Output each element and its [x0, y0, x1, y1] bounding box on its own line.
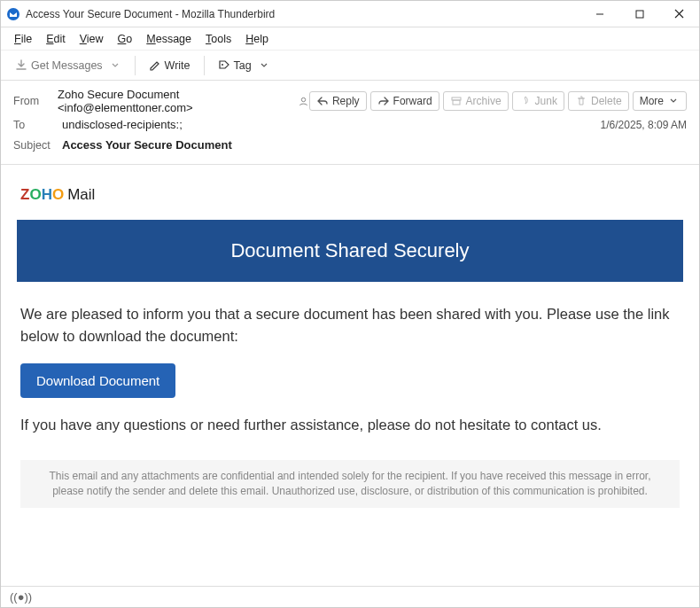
reply-label: Reply	[332, 95, 360, 107]
svg-point-6	[301, 97, 305, 101]
forward-icon	[377, 95, 390, 107]
more-label: More	[640, 95, 664, 107]
reply-button[interactable]: Reply	[309, 91, 367, 111]
download-icon	[15, 59, 27, 72]
banner-heading: Document Shared Securely	[17, 220, 683, 282]
get-messages-button[interactable]: Get Messages	[10, 57, 127, 74]
confidentiality-footer: This email and any attachments are confi…	[20, 460, 680, 508]
chevron-down-icon	[667, 95, 680, 107]
mail-logo-text: Mail	[67, 186, 95, 204]
forward-button[interactable]: Forward	[370, 91, 439, 111]
thunderbird-icon	[6, 7, 20, 21]
junk-label: Junk	[535, 95, 557, 107]
download-document-button[interactable]: Download Document	[20, 363, 175, 398]
svg-rect-2	[636, 11, 643, 18]
from-value: Zoho Secure Document <info@elementtoner.…	[58, 88, 294, 114]
get-messages-label: Get Messages	[31, 59, 103, 72]
subject-label: Subject	[13, 139, 62, 152]
minimize-button[interactable]	[579, 1, 619, 27]
flame-icon	[519, 95, 532, 107]
toolbar-separator	[204, 56, 205, 75]
menubar: File Edit View Go Message Tools Help	[1, 27, 699, 51]
pencil-icon	[149, 59, 161, 72]
menu-message[interactable]: Message	[140, 30, 198, 48]
delete-label: Delete	[591, 95, 622, 107]
contact-icon[interactable]	[298, 96, 309, 107]
reply-icon	[316, 95, 329, 107]
forward-label: Forward	[393, 95, 432, 107]
from-label: From	[13, 95, 58, 107]
status-bar: ((●))	[1, 586, 699, 607]
trash-icon	[575, 95, 587, 107]
menu-view[interactable]: View	[74, 30, 110, 48]
more-button[interactable]: More	[633, 91, 687, 111]
menu-file[interactable]: File	[8, 30, 38, 48]
message-headers: From Zoho Secure Document <info@elementt…	[1, 81, 699, 165]
body-paragraph-2: If you have any questions or need furthe…	[20, 414, 680, 436]
toolbar: Get Messages Write Tag	[1, 51, 699, 81]
tag-label: Tag	[234, 59, 252, 72]
svg-rect-8	[453, 100, 460, 105]
toolbar-separator	[135, 56, 136, 75]
action-bar: Reply Forward Archive Junk Delete	[309, 91, 687, 111]
archive-button[interactable]: Archive	[443, 91, 509, 111]
to-label: To	[13, 119, 62, 131]
tag-icon	[218, 59, 230, 72]
sync-icon[interactable]: ((●))	[10, 590, 32, 604]
menu-tools[interactable]: Tools	[199, 30, 237, 48]
subject-value: Access Your Secure Document	[62, 138, 232, 152]
chevron-down-icon	[258, 59, 270, 72]
junk-button[interactable]: Junk	[512, 91, 564, 111]
body-paragraph-1: We are pleased to inform you that a secu…	[20, 303, 680, 347]
write-button[interactable]: Write	[144, 57, 196, 74]
timestamp: 1/6/2025, 8:09 AM	[601, 119, 687, 131]
svg-point-5	[222, 64, 223, 66]
tag-button[interactable]: Tag	[213, 57, 276, 74]
chevron-down-icon	[109, 59, 121, 72]
zoho-mail-logo: ZOHO Mail	[20, 186, 680, 204]
menu-edit[interactable]: Edit	[40, 30, 72, 48]
close-button[interactable]	[659, 1, 699, 27]
write-label: Write	[165, 59, 191, 72]
to-value: undisclosed-recipients:;	[62, 118, 183, 131]
message-body: ZOHO Mail Document Shared Securely We ar…	[1, 165, 699, 586]
zoho-logo-text: ZOHO	[20, 186, 64, 204]
window-controls	[579, 1, 699, 27]
titlebar: Access Your Secure Document - Mozilla Th…	[1, 1, 699, 27]
archive-icon	[450, 95, 463, 107]
delete-button[interactable]: Delete	[568, 91, 629, 111]
svg-point-0	[7, 8, 19, 20]
window-title: Access Your Secure Document - Mozilla Th…	[26, 8, 579, 20]
app-window: Access Your Secure Document - Mozilla Th…	[0, 0, 700, 608]
menu-help[interactable]: Help	[239, 30, 275, 48]
menu-go[interactable]: Go	[112, 30, 139, 48]
maximize-button[interactable]	[619, 1, 659, 27]
archive-label: Archive	[466, 95, 502, 107]
